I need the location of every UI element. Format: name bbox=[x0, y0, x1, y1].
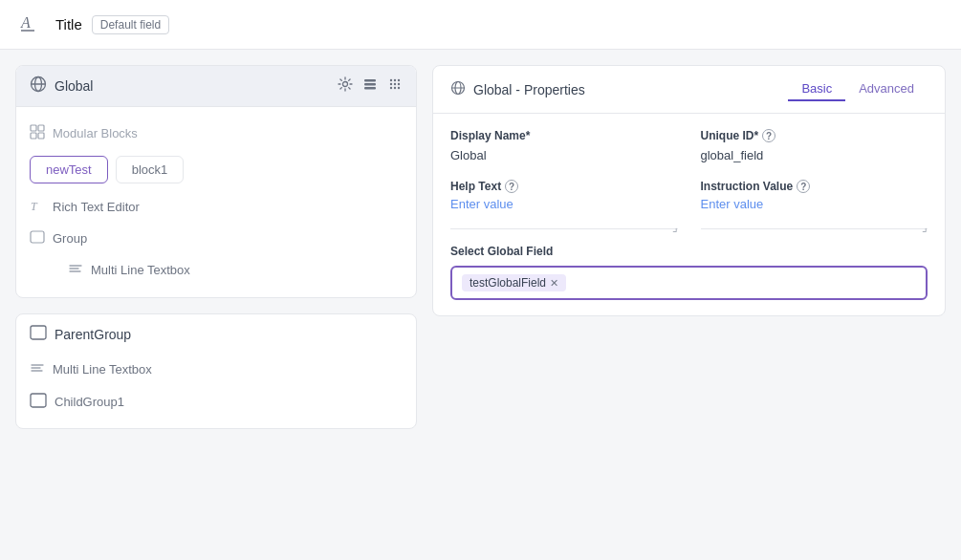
tab-newtest[interactable]: newTest bbox=[30, 156, 108, 183]
left-panel: Global bbox=[15, 65, 417, 545]
svg-rect-20 bbox=[31, 133, 36, 139]
resize-handle-right: ⌟ bbox=[922, 221, 928, 234]
unique-id-value: global_field bbox=[701, 146, 928, 162]
default-field-badge: Default field bbox=[92, 15, 169, 34]
svg-point-5 bbox=[343, 82, 348, 87]
properties-header: Global - Properties Basic Advanced bbox=[433, 66, 945, 114]
properties-globe-icon bbox=[450, 80, 466, 98]
field-multiline-parent: Multi Line Textbox bbox=[30, 354, 403, 385]
svg-point-13 bbox=[394, 83, 396, 85]
top-bar: A Title Default field bbox=[0, 0, 961, 50]
help-text-label: Help Text ? bbox=[450, 180, 678, 193]
stack-icon[interactable] bbox=[362, 76, 378, 96]
multiline-label-indented: Multi Line Textbox bbox=[91, 263, 190, 277]
field-child-group1: ChildGroup1 bbox=[30, 385, 403, 419]
svg-rect-23 bbox=[31, 231, 44, 243]
group-label: Group bbox=[53, 231, 87, 246]
tab-basic[interactable]: Basic bbox=[788, 77, 845, 101]
svg-rect-8 bbox=[364, 87, 376, 90]
svg-point-15 bbox=[390, 87, 392, 89]
svg-point-17 bbox=[398, 87, 400, 89]
modular-blocks-row: Modular Blocks bbox=[30, 118, 403, 148]
svg-point-14 bbox=[398, 83, 400, 85]
multiline-parent-icon bbox=[30, 360, 45, 378]
display-name-group: Display Name* Global bbox=[450, 129, 678, 162]
modular-blocks-label: Modular Blocks bbox=[53, 126, 138, 140]
svg-rect-6 bbox=[364, 79, 376, 82]
help-text-help-icon[interactable]: ? bbox=[505, 180, 518, 193]
unique-id-label: Unique ID* ? bbox=[701, 129, 928, 142]
parent-section: ParentGroup Multi Line Textbox bbox=[15, 313, 417, 429]
svg-rect-19 bbox=[38, 125, 44, 131]
field-group: Group bbox=[30, 223, 403, 254]
svg-point-9 bbox=[390, 79, 392, 81]
parent-group-title: ParentGroup bbox=[55, 327, 131, 342]
display-name-value: Global bbox=[450, 146, 678, 162]
form-row-help-instruction: Help Text ? Enter value Instruction Valu… bbox=[450, 180, 928, 211]
svg-point-12 bbox=[390, 83, 392, 85]
rich-text-icon: T bbox=[30, 198, 45, 216]
svg-rect-21 bbox=[38, 133, 44, 139]
parent-body: Multi Line Textbox ChildGroup1 bbox=[16, 354, 416, 428]
gear-icon[interactable] bbox=[338, 76, 353, 96]
svg-rect-18 bbox=[31, 125, 36, 131]
tab-advanced[interactable]: Advanced bbox=[845, 77, 928, 101]
instruction-value-group: Instruction Value ? Enter value bbox=[701, 180, 928, 211]
display-name-label: Display Name* bbox=[450, 129, 678, 142]
global-field-tag-label: testGlobalField bbox=[470, 276, 546, 290]
global-header-actions bbox=[338, 76, 403, 96]
svg-point-11 bbox=[398, 79, 400, 81]
global-title: Global bbox=[55, 78, 93, 94]
properties-card: Global - Properties Basic Advanced Displ… bbox=[432, 65, 946, 316]
svg-text:T: T bbox=[31, 200, 38, 213]
svg-rect-31 bbox=[31, 394, 46, 407]
field-rich-text-editor: T Rich Text Editor bbox=[30, 191, 403, 223]
global-field-tag: testGlobalField ✕ bbox=[462, 274, 566, 291]
instruction-value-label: Instruction Value ? bbox=[701, 180, 928, 193]
select-global-field-section: Select Global Field testGlobalField ✕ bbox=[450, 245, 928, 300]
instruction-help-icon[interactable]: ? bbox=[797, 180, 810, 193]
multiline-parent-label: Multi Line Textbox bbox=[53, 362, 152, 377]
multiline-icon bbox=[68, 261, 83, 279]
instruction-value-input[interactable]: Enter value bbox=[701, 197, 928, 211]
properties-title: Global - Properties bbox=[450, 80, 585, 98]
parent-group-icon bbox=[30, 324, 47, 344]
svg-text:A: A bbox=[20, 14, 31, 31]
svg-rect-7 bbox=[364, 83, 376, 86]
globe-icon bbox=[30, 75, 47, 97]
svg-rect-27 bbox=[31, 326, 46, 339]
global-section: Global bbox=[15, 65, 417, 298]
parent-header: ParentGroup bbox=[16, 314, 416, 354]
child-group-icon bbox=[30, 392, 47, 412]
svg-point-16 bbox=[394, 87, 396, 89]
tag-close-icon[interactable]: ✕ bbox=[550, 277, 558, 290]
page-title: Title bbox=[55, 16, 82, 32]
right-panel: Global - Properties Basic Advanced Displ… bbox=[432, 65, 946, 545]
tabs-row: newTest block1 bbox=[30, 156, 403, 183]
modular-blocks-icon bbox=[30, 124, 45, 142]
rich-text-label: Rich Text Editor bbox=[53, 200, 140, 214]
field-multiline-indented: Multi Line Textbox bbox=[30, 254, 403, 286]
help-text-group: Help Text ? Enter value bbox=[450, 180, 678, 211]
tab-block1[interactable]: block1 bbox=[116, 156, 185, 183]
properties-body: Display Name* Global Unique ID* ? global… bbox=[433, 114, 945, 315]
properties-panel-title: Global - Properties bbox=[473, 82, 585, 97]
form-row-display-unique: Display Name* Global Unique ID* ? global… bbox=[450, 129, 928, 162]
properties-tabs: Basic Advanced bbox=[788, 77, 928, 101]
svg-point-10 bbox=[394, 79, 396, 81]
select-global-field-label: Select Global Field bbox=[450, 245, 928, 258]
unique-id-help-icon[interactable]: ? bbox=[762, 129, 775, 142]
global-field-input[interactable]: testGlobalField ✕ bbox=[450, 266, 928, 300]
title-icon: A bbox=[19, 11, 46, 38]
main-content: Global bbox=[0, 50, 961, 560]
child-group-title: ChildGroup1 bbox=[55, 395, 124, 409]
unique-id-group: Unique ID* ? global_field bbox=[701, 129, 928, 162]
dots-grid-icon[interactable] bbox=[387, 76, 403, 96]
help-text-input[interactable]: Enter value bbox=[450, 197, 678, 211]
global-header-left: Global bbox=[30, 75, 93, 97]
global-header: Global bbox=[16, 66, 416, 107]
resize-handle-left: ⌟ bbox=[672, 221, 678, 234]
group-icon bbox=[30, 229, 45, 248]
global-body: Modular Blocks newTest block1 T Rich Tex… bbox=[16, 107, 416, 297]
